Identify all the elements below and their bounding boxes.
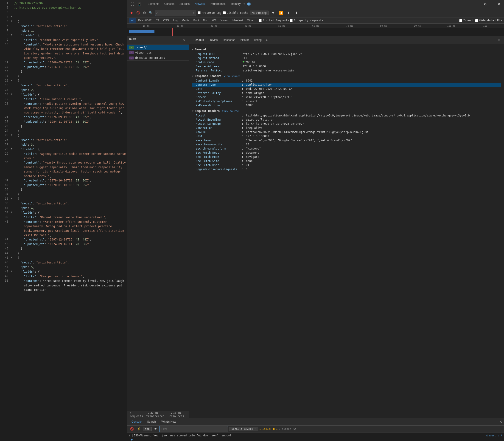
clear-filter-icon[interactable]: ✕: [193, 11, 195, 15]
header-value: gzip, deflate, br: [246, 118, 274, 121]
hide-urls-label[interactable]: Hide data URLs: [475, 19, 502, 22]
tab-sources[interactable]: Sources: [177, 0, 192, 8]
collapse-arrow[interactable]: ▼: [11, 19, 14, 23]
blocked-requests-checkbox[interactable]: [259, 19, 262, 22]
filter-doc[interactable]: Doc: [201, 18, 209, 23]
request-item-viewer-css[interactable]: ✓ viewer.css: [127, 50, 189, 55]
filter-wasm[interactable]: Wasm: [219, 18, 230, 23]
third-party-label[interactable]: 3rd-party requests: [290, 19, 323, 22]
console-close-button[interactable]: ✕: [499, 420, 502, 424]
filter-all[interactable]: All: [129, 18, 136, 23]
collapse-arrow[interactable]: ▼: [11, 133, 14, 137]
blocked-requests-label[interactable]: Blocked Requests: [259, 19, 289, 22]
tab-more[interactable]: »: [264, 36, 270, 44]
tab-memory[interactable]: Memory: [228, 0, 243, 8]
collapse-arrow[interactable]: ▼: [11, 15, 14, 18]
request-header-row: Sec-Fetch-Dest: document: [192, 151, 501, 155]
collapse-arrow[interactable]: ▼: [11, 92, 14, 96]
filter-font[interactable]: Font: [192, 18, 201, 23]
console-filter-icon[interactable]: ⚡: [136, 427, 142, 431]
tab-headers[interactable]: Headers: [191, 36, 206, 44]
filter-manifest[interactable]: Manifest: [231, 18, 245, 23]
tab-network[interactable]: Network: [192, 0, 207, 8]
tab-initiator[interactable]: Initiator: [237, 36, 251, 44]
url-filter-input[interactable]: A: [157, 11, 193, 15]
collapse-arrow[interactable]: ▼: [11, 269, 14, 273]
console-expand-arrow[interactable]: ▶: [131, 438, 502, 441]
collapse-arrow[interactable]: ▼: [11, 147, 14, 151]
hide-urls-checkbox[interactable]: [475, 19, 478, 22]
console-settings-icon[interactable]: ⚙: [292, 427, 297, 431]
invert-checkbox[interactable]: [459, 19, 462, 22]
request-item-json2[interactable]: ✓ json-2/: [127, 45, 189, 50]
console-clear-icon[interactable]: 🚫: [129, 427, 135, 431]
collapse-arrow[interactable]: ▼: [11, 256, 14, 259]
details-close-button[interactable]: ✕: [496, 37, 502, 43]
third-party-checkbox[interactable]: [290, 19, 293, 22]
filter-js[interactable]: JS: [154, 18, 161, 23]
tab-elements[interactable]: Elements: [146, 0, 162, 8]
timeline-marker: [172, 28, 173, 36]
response-view-source[interactable]: View source: [224, 75, 240, 78]
more-options-icon[interactable]: ⋮: [489, 1, 495, 7]
response-headers-section[interactable]: ▼ Response Headers View source: [192, 74, 501, 78]
line-content: "pk": 4,: [14, 206, 34, 210]
import-icon[interactable]: ⬆: [285, 10, 292, 16]
line-content: "model": "articles.article",: [14, 260, 69, 265]
line-number: 21: [1, 115, 8, 119]
header-value: csrftoken=2MZYi93MerNDLhT0cbmwmCHj2FVPMz…: [246, 130, 369, 134]
no-throttling-button[interactable]: No throttling: [250, 11, 269, 15]
general-section-header[interactable]: ▼ General: [192, 48, 501, 51]
tab-overflow-icon[interactable]: »: [243, 2, 246, 6]
wifi-icon[interactable]: 📶: [278, 10, 284, 16]
default-levels-select[interactable]: Default levels ▾: [230, 427, 258, 431]
tab-whats-new[interactable]: What's New: [159, 418, 178, 426]
request-item-dracula-css[interactable]: ✓ dracula-custom.css: [127, 55, 189, 61]
filter-img[interactable]: Img: [171, 18, 179, 23]
export-icon[interactable]: ⬇: [293, 10, 300, 16]
close-details-icon[interactable]: ✕: [181, 37, 187, 44]
collapse-arrow[interactable]: ▼: [11, 210, 14, 214]
tab-response[interactable]: Response: [221, 36, 237, 44]
tab-timing[interactable]: Timing: [251, 36, 264, 44]
tab-console[interactable]: Console: [162, 0, 177, 8]
clear-button[interactable]: 🚫: [135, 11, 141, 15]
line-number: 20: [1, 102, 8, 106]
console-eye-icon[interactable]: 👁: [153, 427, 158, 431]
preserve-log-checkbox[interactable]: [198, 11, 201, 14]
collapse-arrow[interactable]: ▼: [11, 197, 14, 200]
tab-console-bottom[interactable]: Console: [129, 418, 144, 426]
filter-icon[interactable]: ⛁: [142, 11, 147, 15]
request-view-source[interactable]: View source: [222, 110, 239, 112]
collapse-arrow[interactable]: ▼: [11, 79, 14, 82]
tab-preview[interactable]: Preview: [206, 36, 221, 44]
line-number: 16: [1, 83, 8, 88]
filter-fetch-xhr[interactable]: Fetch/XHR: [136, 18, 154, 23]
filter-other[interactable]: Other: [245, 18, 256, 23]
method-value: GET: [243, 57, 248, 60]
json-line-44: 44},: [0, 251, 127, 256]
disable-cache-checkbox[interactable]: [223, 11, 226, 14]
line-number: 15: [1, 79, 8, 83]
device-mode-icon[interactable]: 📱: [136, 1, 143, 7]
throttling-icon[interactable]: ⯆: [270, 10, 276, 16]
line-number: 3: [1, 10, 8, 15]
console-source-link[interactable]: viewer.js:7: [485, 434, 502, 437]
json-line-24: 24},: [0, 129, 127, 133]
collapse-arrow[interactable]: ▼: [11, 33, 14, 37]
tab-performance[interactable]: Performance: [208, 0, 228, 8]
search-button[interactable]: 🔍: [148, 11, 154, 15]
inspect-icon[interactable]: ⛶: [129, 1, 136, 7]
filter-css[interactable]: CSS: [161, 18, 171, 23]
console-filter-input[interactable]: [161, 427, 226, 431]
invert-label[interactable]: Invert: [459, 19, 473, 22]
close-devtools-icon[interactable]: ✕: [496, 1, 502, 7]
filter-ws[interactable]: WS: [210, 18, 218, 23]
filter-media[interactable]: Media: [180, 18, 191, 23]
request-headers-section[interactable]: ▼ Request Headers View source: [192, 109, 501, 112]
record-button[interactable]: ⏺: [129, 11, 134, 15]
disable-cache-label[interactable]: Disable cache: [223, 11, 248, 15]
settings-icon[interactable]: ⚙: [482, 1, 489, 7]
tab-search-bottom[interactable]: Search: [145, 418, 158, 426]
preserve-log-label[interactable]: Preserve log: [198, 11, 222, 15]
